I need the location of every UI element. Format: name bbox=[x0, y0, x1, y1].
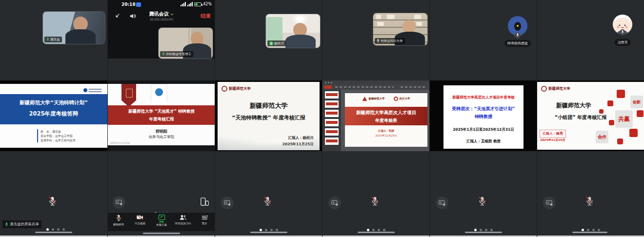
slide-background: 新疆师范大学“天池特聘计划” 2025年度考核答辩 姓 名：潘浩波 所在学院：化… bbox=[0, 84, 107, 148]
mountain-watermark bbox=[218, 137, 320, 150]
mic-muted-badge bbox=[515, 32, 521, 38]
home-indicator[interactable] bbox=[465, 232, 502, 233]
ribbon-tools bbox=[401, 86, 425, 88]
seal-icon bbox=[541, 86, 547, 92]
webcam-tile[interactable]: 许时检@华东理工 bbox=[159, 28, 213, 59]
screen-share-slide: 新疆师范大学“天池特聘计划” 2025年度考核答辩 姓 名：潘浩波 所在学院：化… bbox=[0, 80, 107, 151]
meeting-toolbar: 解除静音 开启视频 屏幕共享 管理成员(20) 更多 bbox=[108, 213, 215, 231]
slide-thumbnail[interactable] bbox=[325, 110, 339, 117]
camera-off-icon bbox=[136, 214, 144, 221]
mic-muted-icon[interactable] bbox=[262, 196, 272, 207]
slide-background: 新疆师范大学 新疆师范大学 “小组团” 年度考核汇报 创新 共赢 合作 汇报人：… bbox=[537, 82, 644, 150]
slide-thumbnail[interactable] bbox=[325, 138, 339, 145]
home-indicator[interactable] bbox=[35, 232, 72, 233]
meeting-grid: 潘浩波 新疆师范大学“天池特聘计划” 2025年度考核答辩 姓 名：潘浩波 所在… bbox=[0, 0, 644, 237]
captions-icon bbox=[116, 199, 123, 206]
slide-info-block: 姓 名：潘浩波 所在学院：化学化工学院 支撑学科：化学工程与技术 bbox=[37, 129, 76, 142]
logo-mark-icon bbox=[83, 88, 87, 92]
mic-muted-icon bbox=[115, 214, 122, 222]
logo-text: 四川大学 bbox=[400, 97, 410, 100]
slide-thumbnail[interactable] bbox=[325, 128, 339, 136]
slide-title: 新疆师范大学高层次人才项目年度考核 bbox=[443, 95, 523, 100]
mic-icon bbox=[516, 33, 519, 37]
active-indicator bbox=[159, 221, 164, 222]
captions-button[interactable] bbox=[543, 197, 556, 209]
slide-title: 新疆师范大学 bbox=[537, 101, 610, 110]
slide-subtitle: 年度考核表 bbox=[345, 118, 427, 124]
logo-mark-icon bbox=[394, 97, 398, 101]
slide-title-band: 新疆师范大学“天池特聘计划” 2025年度考核答辩 bbox=[0, 94, 107, 124]
battery-icon bbox=[194, 2, 201, 6]
screen-share-slide: 新疆师范大学 四川大学 新疆师范大学高层次人才项目 年度考核表 汇报人：刘涛 2… bbox=[322, 80, 429, 151]
home-indicator[interactable] bbox=[572, 232, 607, 233]
screen-share-slide: 新疆师范大学 “天池英才” 特聘教授 年度考核汇报 邢明阳 化学与化工学院 20… bbox=[108, 80, 215, 151]
more-button[interactable]: 更多 bbox=[194, 213, 215, 231]
slide-title: 新疆师范大学 “天池英才” 特聘教授 bbox=[108, 105, 215, 115]
slide-title-band: 新疆师范大学 “天池英才” 特聘教授 年度考核汇报 bbox=[108, 105, 215, 125]
slide-thumbnail[interactable] bbox=[325, 119, 339, 126]
slide-title: 新疆师范大学 bbox=[218, 101, 320, 110]
mic-muted-icon[interactable] bbox=[370, 196, 380, 207]
home-indicator[interactable] bbox=[358, 232, 395, 233]
webcam-tile[interactable]: 潘浩波 bbox=[43, 12, 105, 44]
meeting-view-2: 20:18 42% 腾讯会议 30:00(160分钟) 结束 许时检@华东理工 bbox=[107, 0, 215, 237]
mic-muted-badge bbox=[620, 29, 625, 35]
mic-on-icon bbox=[5, 222, 8, 227]
mosaic-square bbox=[629, 129, 638, 137]
slide-subtitle: “天池特聘教授” 年度考核汇报 bbox=[218, 114, 320, 121]
assessment-period: 2025年1月1日至2025年12月31日 bbox=[443, 127, 523, 132]
home-indicator[interactable] bbox=[143, 233, 180, 234]
app-accent bbox=[324, 85, 332, 89]
slide-title: 新疆师范大学高层次人才项目 bbox=[345, 107, 427, 116]
slide-thumbnails-panel[interactable] bbox=[322, 90, 341, 151]
tag-cooperation: 合作 bbox=[596, 131, 608, 143]
participant-name-pill: 许时检@华东理工 bbox=[160, 51, 193, 57]
mosaic-square bbox=[609, 120, 614, 125]
unmute-button[interactable]: 解除静音 bbox=[108, 213, 129, 231]
screen-share-slide: 新疆师范大学高层次人才项目年度考核 受聘层次：“天池英才引进计划” 特聘教授 2… bbox=[430, 80, 537, 151]
webcam-tile[interactable]: 杨经川 bbox=[266, 14, 320, 48]
screen-share-slide: 新疆师范大学 新疆师范大学 “小组团” 年度考核汇报 创新 共赢 合作 汇报人：… bbox=[537, 80, 644, 151]
start-video-button[interactable]: 开启视频 bbox=[129, 213, 151, 231]
slide-background: 新疆师范大学 新疆师范大学 “天池特聘教授” 年度考核汇报 汇报人：杨经川 20… bbox=[218, 82, 320, 150]
mosaic-square bbox=[637, 110, 644, 117]
slide-title: 新疆师范大学“天池特聘计划” bbox=[0, 94, 107, 106]
participant-name-pill: 刘涛@四川大学 bbox=[375, 38, 405, 44]
meeting-view-3: 杨经川 新疆师范大学 新疆师范大学 “天池特聘教授” 年度考核汇报 汇报人：杨经… bbox=[215, 0, 322, 237]
end-meeting-button[interactable]: 结束 bbox=[201, 13, 211, 20]
tag-winwin: 共赢 bbox=[615, 110, 633, 128]
mic-muted-icon[interactable] bbox=[47, 196, 57, 207]
captions-button[interactable] bbox=[436, 197, 448, 209]
ribbon-tabs bbox=[335, 86, 394, 88]
books bbox=[377, 22, 384, 26]
slide-thumbnail[interactable] bbox=[325, 91, 339, 99]
slide-date: 2025年11月25日 bbox=[345, 134, 427, 138]
signal-icon bbox=[187, 2, 193, 6]
captions-icon bbox=[439, 200, 446, 206]
presentation-editor: 新疆师范大学 四川大学 新疆师范大学高层次人才项目 年度考核表 汇报人：刘涛 2… bbox=[322, 80, 429, 151]
mic-muted-icon[interactable] bbox=[584, 196, 594, 207]
home-indicator[interactable] bbox=[250, 232, 287, 233]
captions-button[interactable] bbox=[221, 197, 234, 209]
switch-device-icon[interactable] bbox=[200, 197, 209, 207]
slide-subtitle: 2025年度考核答辩 bbox=[0, 110, 107, 118]
mosaic-square bbox=[617, 138, 623, 144]
participant-body bbox=[285, 35, 316, 48]
mic-muted-icon[interactable] bbox=[477, 196, 487, 207]
webcam-tile[interactable]: 刘涛@四川大学 bbox=[373, 13, 427, 45]
battery-percent: 42% bbox=[203, 2, 212, 6]
university-logo: 新疆师范大学 bbox=[362, 97, 385, 101]
screen-share-indicator[interactable]: 潘浩波的屏幕共享 bbox=[2, 220, 41, 228]
participant-body bbox=[65, 29, 96, 44]
university-logo: 新疆师范大学 bbox=[541, 86, 570, 92]
screen-share-button[interactable]: 屏幕共享 bbox=[151, 213, 172, 231]
captions-button[interactable] bbox=[328, 197, 341, 209]
editor-titlebar bbox=[322, 80, 429, 84]
meeting-title[interactable]: 腾讯会议 bbox=[108, 11, 215, 18]
slide-thumbnail[interactable] bbox=[325, 100, 339, 108]
logos-row: 新疆师范大学 四川大学 bbox=[345, 97, 427, 101]
status-icons: 42% bbox=[181, 2, 212, 6]
captions-button[interactable] bbox=[113, 196, 125, 209]
slide-title-band: 新疆师范大学高层次人才项目 年度考核表 bbox=[345, 107, 427, 125]
manage-members-button[interactable]: 管理成员(20) bbox=[172, 213, 194, 231]
